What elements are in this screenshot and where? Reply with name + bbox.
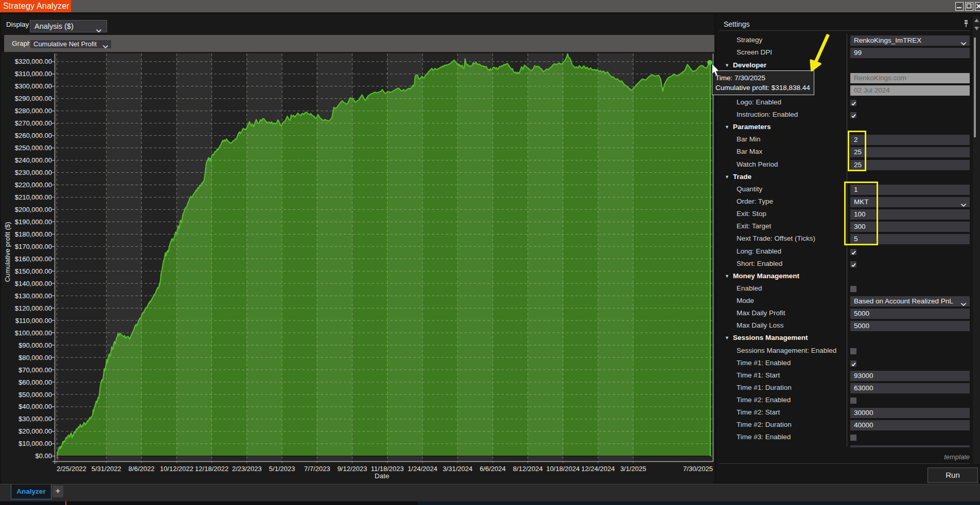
svg-text:12/24/2024: 12/24/2024 [581,465,615,473]
svg-text:$270,000.00: $270,000.00 [15,119,52,127]
svg-text:$150,000.00: $150,000.00 [15,267,52,275]
svg-text:$260,000.00: $260,000.00 [15,132,52,139]
svg-text:$60,000.00: $60,000.00 [19,378,52,386]
svg-text:5/1/2023: 5/1/2023 [269,465,295,473]
svg-text:$300,000.00: $300,000.00 [15,82,52,90]
svg-text:$170,000.00: $170,000.00 [15,243,52,250]
svg-text:$160,000.00: $160,000.00 [15,255,52,263]
svg-text:$110,000.00: $110,000.00 [15,317,52,324]
svg-text:$120,000.00: $120,000.00 [15,304,52,312]
svg-text:1/24/2024: 1/24/2024 [408,465,437,473]
svg-text:$70,000.00: $70,000.00 [19,366,52,374]
svg-text:3/1/2025: 3/1/2025 [620,465,646,473]
svg-text:$0.00: $0.00 [35,452,52,460]
svg-text:9/12/2023: 9/12/2023 [337,465,367,473]
svg-text:5/31/2022: 5/31/2022 [92,465,121,473]
svg-text:$80,000.00: $80,000.00 [19,354,52,362]
svg-text:10/12/2022: 10/12/2022 [160,465,194,473]
svg-text:$140,000.00: $140,000.00 [15,280,52,287]
svg-text:$250,000.00: $250,000.00 [15,144,52,152]
svg-text:2/25/2022: 2/25/2022 [57,465,86,473]
svg-text:11/18/2023: 11/18/2023 [371,465,404,473]
svg-text:$40,000.00: $40,000.00 [19,403,52,410]
svg-text:10/18/2024: 10/18/2024 [546,465,580,473]
svg-text:$100,000.00: $100,000.00 [15,329,52,337]
svg-text:2/23/2023: 2/23/2023 [232,465,262,473]
svg-text:12/18/2022: 12/18/2022 [195,465,229,473]
svg-text:$200,000.00: $200,000.00 [15,206,52,213]
svg-text:$230,000.00: $230,000.00 [15,169,52,176]
svg-text:$320,000.00: $320,000.00 [15,58,52,65]
svg-text:$210,000.00: $210,000.00 [15,193,52,201]
svg-text:8/12/2024: 8/12/2024 [513,465,543,473]
svg-text:$240,000.00: $240,000.00 [15,156,52,164]
svg-text:7/7/2023: 7/7/2023 [304,465,330,473]
svg-text:$90,000.00: $90,000.00 [19,341,52,349]
svg-text:7/30/2025: 7/30/2025 [683,465,713,473]
svg-text:Date: Date [375,472,390,480]
svg-text:$290,000.00: $290,000.00 [15,95,52,102]
svg-text:8/6/2022: 8/6/2022 [129,465,155,473]
svg-text:6/6/2024: 6/6/2024 [480,465,506,473]
svg-text:$10,000.00: $10,000.00 [19,440,52,447]
svg-text:$280,000.00: $280,000.00 [15,107,52,115]
svg-text:$190,000.00: $190,000.00 [15,218,52,226]
svg-text:3/31/2024: 3/31/2024 [443,465,472,473]
svg-text:$180,000.00: $180,000.00 [15,230,52,238]
svg-text:$220,000.00: $220,000.00 [15,181,52,189]
svg-text:$310,000.00: $310,000.00 [15,70,52,78]
svg-text:$30,000.00: $30,000.00 [19,415,52,423]
svg-text:$20,000.00: $20,000.00 [19,427,52,435]
svg-text:$50,000.00: $50,000.00 [19,391,52,399]
svg-text:Cumulative profit ($): Cumulative profit ($) [4,222,11,282]
svg-text:$130,000.00: $130,000.00 [15,292,52,300]
